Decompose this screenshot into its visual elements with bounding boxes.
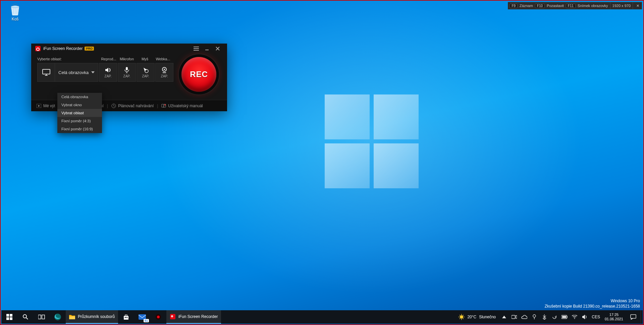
search-button[interactable] [17, 310, 34, 324]
svg-point-0 [11, 6, 19, 8]
menu-button[interactable] [191, 44, 202, 54]
cursor-click-icon [142, 67, 149, 73]
overlay-close-button[interactable]: ✕ [635, 4, 640, 8]
windows-logo-icon [6, 314, 12, 320]
svg-rect-10 [10, 314, 12, 317]
clock-time: 17:25 [605, 313, 623, 317]
svg-point-24 [533, 315, 536, 317]
tray-meet-now[interactable] [511, 314, 517, 320]
tray-update[interactable] [551, 314, 557, 320]
app-icon [35, 46, 41, 51]
start-button[interactable] [1, 310, 17, 324]
recorder-overlay-bar: F9 Záznam F10 Pozastavit F11 Snímek obra… [508, 2, 642, 9]
cloud-icon [521, 315, 527, 319]
area-monitor-button[interactable] [37, 63, 55, 82]
toggle-mouse[interactable]: ZAP. [137, 63, 155, 82]
taskbar-edge[interactable] [50, 310, 66, 324]
taskbar-recorder-icon[interactable] [150, 310, 166, 324]
taskbar-mail[interactable]: 51 [134, 310, 150, 324]
recorder-small-icon [155, 314, 161, 320]
show-desktop-button[interactable] [641, 310, 643, 324]
notification-icon [630, 314, 636, 320]
sun-icon [459, 314, 465, 320]
close-button[interactable] [212, 44, 223, 54]
svg-point-22 [460, 315, 463, 319]
svg-rect-18 [126, 317, 127, 318]
col-webcam-label: Webka... [154, 57, 172, 61]
taskbar-ifun[interactable]: iFun Screen Recorder [166, 310, 221, 324]
svg-rect-29 [631, 315, 636, 318]
camera-icon [512, 315, 517, 319]
tray-onedrive[interactable] [521, 314, 527, 320]
svg-rect-15 [42, 315, 45, 319]
task-view-button[interactable] [34, 310, 50, 324]
taskbar-weather[interactable]: 20°C Slunečno [455, 314, 499, 320]
col-speaker-label: Reprod... [100, 57, 118, 61]
toggle-webcam-state: ZAP. [161, 74, 168, 78]
tray-volume[interactable] [582, 314, 588, 320]
action-center-button[interactable] [626, 310, 641, 324]
system-tray: CES [499, 310, 602, 324]
desktop: Koš Windows 10 Pro Zkušební kopie Build … [0, 0, 644, 325]
taskbar-clock[interactable]: 17:25 01.06.2021 [602, 313, 626, 321]
speaker-icon [105, 67, 111, 73]
svg-rect-14 [38, 315, 41, 319]
svg-point-8 [164, 104, 166, 106]
area-section-label: Vyberte oblast: [37, 57, 100, 61]
toggle-microphone-state: ZAP. [123, 74, 130, 78]
area-dropdown-item[interactable]: Vybrat okno [57, 101, 102, 109]
close-icon [216, 47, 220, 51]
recycle-bin-icon [8, 3, 22, 16]
app-title: iFun Screen Recorder [43, 46, 83, 51]
microphone-icon [123, 67, 130, 73]
ifun-app-icon [170, 314, 176, 320]
svg-rect-11 [6, 317, 9, 320]
battery-icon [561, 315, 568, 319]
footer-manual[interactable]: Uživatelský manuál [161, 104, 203, 108]
svg-point-13 [23, 315, 26, 318]
svg-rect-27 [562, 316, 566, 318]
record-button[interactable]: REC [181, 57, 216, 92]
svg-point-21 [157, 316, 160, 318]
search-icon [22, 314, 29, 320]
hotkey-pause-label[interactable]: Pozastavit [547, 4, 564, 8]
overlay-dimensions: 644 x 325 [612, 4, 631, 8]
taskbar-ifun-label: iFun Screen Recorder [178, 314, 218, 319]
svg-rect-26 [567, 316, 568, 318]
area-dropdown-item[interactable]: Fixní poměr (16:9) [57, 125, 102, 133]
footer-scheduler[interactable]: Plánovač nahrávání [111, 104, 154, 108]
area-dropdown-item[interactable]: Celá obrazovka [57, 93, 102, 101]
recycle-bin[interactable]: Koš [5, 3, 25, 21]
area-dropdown[interactable]: Celá obrazovka [55, 63, 98, 82]
toggle-microphone[interactable]: ZAP. [118, 63, 136, 82]
task-view-icon [38, 314, 45, 320]
taskbar-store[interactable] [118, 310, 134, 324]
tray-chevron-up[interactable] [501, 314, 507, 320]
tray-battery[interactable] [561, 314, 568, 320]
watermark-line1: Windows 10 Pro [545, 298, 640, 304]
area-dropdown-item[interactable]: Vybrat oblast [57, 109, 102, 117]
minimize-icon [205, 47, 209, 51]
tray-language[interactable]: CES [592, 315, 600, 319]
titlebar[interactable]: iFun Screen Recorder PRO [31, 44, 227, 54]
minimize-button[interactable] [202, 44, 212, 54]
chevron-up-icon [502, 316, 506, 318]
toggle-speaker-state: ZAP. [105, 74, 112, 78]
book-icon [161, 104, 166, 108]
update-icon [552, 315, 557, 319]
toggle-speaker[interactable]: ZAP. [99, 63, 117, 82]
footer-my-creations[interactable]: Mé výt [37, 104, 55, 108]
monitor-icon [42, 69, 50, 76]
area-dropdown-item[interactable]: Fixní poměr (4:3) [57, 117, 102, 125]
taskbar-file-explorer[interactable]: Průzkumník souborů [66, 310, 118, 324]
toggle-webcam[interactable]: ZAP. [155, 63, 173, 82]
hotkey-screenshot-key: F11 [566, 4, 576, 8]
tray-bluetooth[interactable] [541, 314, 547, 320]
tray-network[interactable] [572, 314, 578, 320]
video-list-icon [37, 104, 41, 108]
hotkey-record-label[interactable]: Záznam [520, 4, 533, 8]
tray-location[interactable] [531, 314, 537, 320]
wifi-icon [572, 315, 577, 319]
hotkey-screenshot-label[interactable]: Snímek obrazovky [578, 4, 608, 8]
location-icon [532, 314, 536, 320]
